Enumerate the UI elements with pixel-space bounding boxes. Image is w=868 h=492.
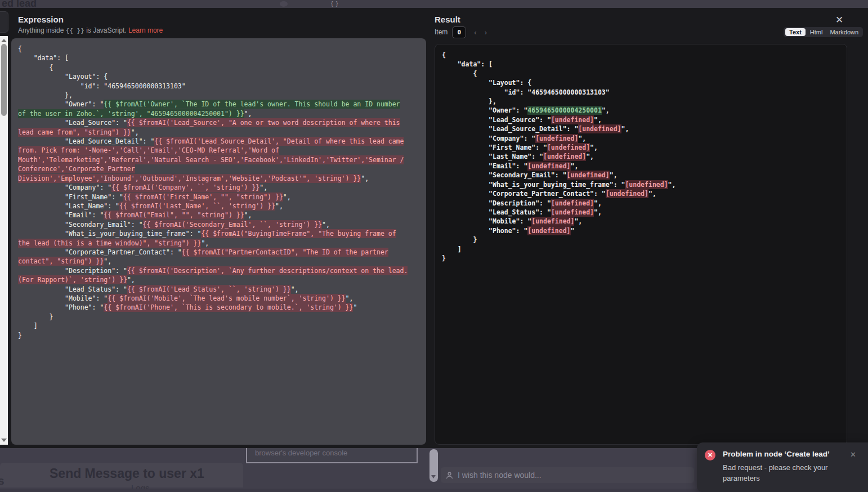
toast-message: Bad request - please check your paramete… xyxy=(723,462,845,484)
item-label: Item xyxy=(435,28,448,36)
view-mode-markdown[interactable]: Markdown xyxy=(827,28,861,36)
braces-token: {{ }} xyxy=(66,27,84,34)
close-icon[interactable]: ✕ xyxy=(835,14,843,26)
background-console-box: browser's developer console xyxy=(246,448,418,463)
next-item-chevron-icon[interactable]: › xyxy=(485,28,487,37)
assistant-prompt-input[interactable]: I wish this node would... xyxy=(441,467,694,483)
expression-editor[interactable]: { "data": [ { "Layout": { "id": "4659465… xyxy=(11,38,426,445)
toast-close-icon[interactable]: ✕ xyxy=(850,450,856,459)
assistant-placeholder: I wish this node would... xyxy=(458,471,542,480)
expression-scrollbar[interactable] xyxy=(0,36,8,445)
scroll-up-icon[interactable] xyxy=(1,39,7,42)
view-mode-text[interactable]: Text xyxy=(785,28,806,36)
background-blurred-icon xyxy=(280,1,288,7)
background-node-title-fragment: ed lead xyxy=(2,0,37,8)
error-circle-icon: ✕ xyxy=(705,450,715,460)
result-code: { "data": [ { "Layout": { "id": "4659465… xyxy=(435,44,847,269)
item-index-input[interactable]: 0 xyxy=(452,26,466,38)
background-text-fragment: s xyxy=(0,474,5,487)
error-toast[interactable]: ✕ Problem in node ‘Create lead’ Bad requ… xyxy=(697,442,868,492)
toast-title: Problem in node ‘Create lead’ xyxy=(723,450,830,458)
collapsed-panel-fragment xyxy=(0,11,8,33)
console-box-text: browser's developer console xyxy=(255,449,347,457)
expression-panel-title: Expression xyxy=(18,15,64,24)
braces-icon: { } xyxy=(331,0,338,7)
scroll-down-icon xyxy=(431,475,436,478)
expression-code[interactable]: { "data": [ { "Layout": { "id": "4659465… xyxy=(11,38,426,346)
background-top-strip: ed lead { } xyxy=(0,0,868,8)
result-panel-title: Result xyxy=(435,15,460,24)
background-scrollbar[interactable] xyxy=(429,449,438,482)
subtitle-suffix: is JavaScript. xyxy=(84,26,128,34)
expression-subtitle: Anything inside {{ }} is JavaScript. Lea… xyxy=(18,26,163,34)
learn-more-link[interactable]: Learn more xyxy=(128,26,163,34)
view-mode-html[interactable]: Html xyxy=(807,28,826,36)
scrollbar-thumb[interactable] xyxy=(1,44,7,116)
scroll-down-icon[interactable] xyxy=(1,439,7,442)
assistant-person-icon xyxy=(445,471,454,480)
result-view-toggle: TextHtmlMarkdown xyxy=(784,27,863,37)
prev-item-chevron-icon[interactable]: ‹ xyxy=(474,28,476,37)
subtitle-prefix: Anything inside xyxy=(18,26,66,34)
result-panel: { "data": [ { "Layout": { "id": "4659465… xyxy=(435,44,847,445)
item-selector-row: Item 0 ‹ › xyxy=(435,26,487,38)
background-send-message-tab: Send Message to user x1 xyxy=(50,466,204,481)
